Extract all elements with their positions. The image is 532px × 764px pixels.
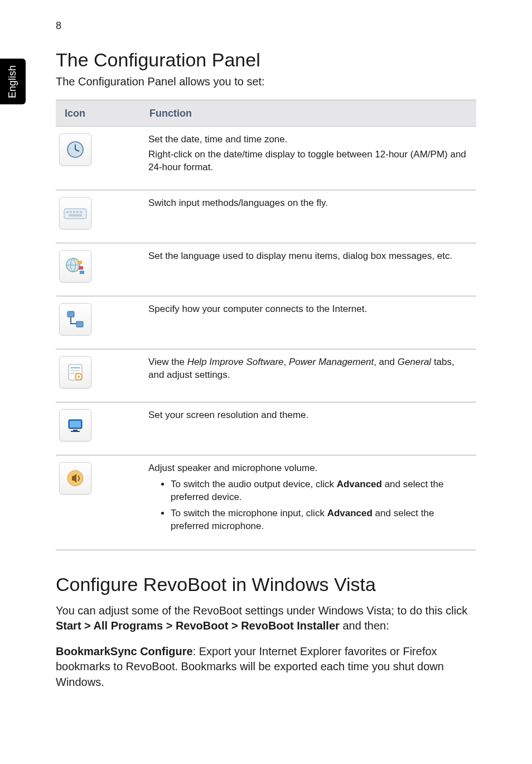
table-row: Adjust speaker and microphone volume. To… (56, 455, 476, 550)
row-bullet: To switch the audio output device, click… (171, 478, 468, 504)
heading-configuration-panel: The Configuration Panel (56, 49, 476, 71)
table-row: Set your screen resolution and theme. (56, 402, 476, 455)
clock-icon (59, 133, 91, 166)
table-row: Set the date, time and time zone. Right-… (56, 127, 476, 190)
svg-rect-8 (80, 211, 82, 213)
svg-rect-25 (71, 431, 80, 432)
row-text: Set your screen resolution and theme. (148, 409, 468, 422)
row-text: Switch input methods/languages on the fl… (148, 197, 468, 210)
table-row: Switch input methods/languages on the fl… (56, 190, 476, 243)
keyboard-icon (59, 197, 91, 229)
speaker-icon (59, 462, 91, 494)
language-tab-label: English (7, 65, 19, 98)
svg-rect-3 (64, 209, 86, 219)
page-number: 8 (56, 20, 61, 32)
row-text: Set the date, time and time zone. (148, 133, 468, 146)
row-text: Specify how your computer connects to th… (148, 303, 468, 316)
svg-point-21 (78, 376, 80, 378)
row-text: Set the language used to display menu it… (148, 250, 468, 263)
row-text: Right-click on the date/time display to … (148, 148, 468, 174)
svg-rect-24 (73, 430, 78, 431)
svg-rect-7 (76, 211, 79, 213)
globe-flags-icon (59, 250, 91, 282)
svg-rect-13 (80, 271, 84, 274)
svg-rect-15 (76, 321, 83, 327)
paragraph: BookmarkSync Configure: Export your Inte… (56, 644, 476, 690)
settings-page-icon (59, 356, 91, 388)
row-bullet: To switch the microphone input, click Ad… (171, 507, 468, 533)
configuration-table: Icon Function Set the date, tim (56, 99, 476, 550)
svg-rect-4 (66, 211, 69, 213)
monitor-icon (59, 409, 91, 441)
table-row: Set the language used to display menu it… (56, 243, 476, 296)
svg-rect-11 (78, 261, 82, 264)
table-header-function: Function (141, 100, 476, 127)
svg-rect-23 (70, 421, 81, 427)
svg-rect-9 (69, 214, 82, 217)
svg-rect-12 (79, 266, 83, 270)
row-text: View the Help Improve Software, Power Ma… (148, 356, 468, 382)
svg-rect-5 (70, 211, 72, 213)
svg-rect-6 (73, 211, 75, 213)
heading-configure-revoboot: Configure RevoBoot in Windows Vista (56, 574, 476, 595)
paragraph: You can adjust some of the RevoBoot sett… (56, 603, 476, 634)
table-row: Specify how your computer connects to th… (56, 296, 476, 349)
table-header-icon: Icon (56, 100, 141, 127)
intro-text: The Configuration Panel allows you to se… (56, 75, 476, 88)
language-tab: English (0, 59, 26, 104)
svg-rect-14 (67, 311, 74, 317)
row-text: Adjust speaker and microphone volume. (148, 462, 468, 475)
network-icon (59, 303, 91, 335)
table-row: View the Help Improve Software, Power Ma… (56, 349, 476, 402)
